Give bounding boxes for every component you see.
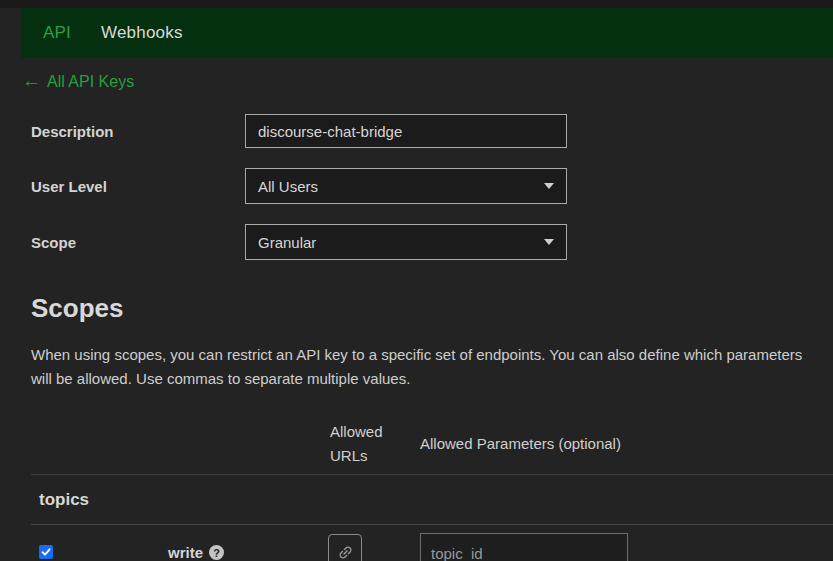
description-input[interactable]: [245, 114, 567, 148]
description-row: Description: [31, 114, 833, 148]
scope-row: Scope Granular: [31, 224, 833, 260]
user-level-select[interactable]: All Users: [245, 168, 567, 204]
chevron-down-icon: [544, 239, 554, 245]
allowed-urls-cell: [326, 524, 420, 561]
viewport-top-strip: [0, 0, 833, 8]
link-icon: [333, 540, 357, 561]
header-empty-name-col: [66, 414, 326, 474]
header-allowed-urls: Allowed URLs: [326, 414, 420, 474]
back-all-api-keys-link[interactable]: ← All API Keys: [22, 72, 134, 91]
user-level-value: All Users: [258, 178, 318, 195]
scopes-heading: Scopes: [31, 293, 833, 324]
tab-api[interactable]: API: [43, 23, 71, 43]
scope-checkbox-cell: [31, 524, 66, 561]
api-key-form: Description User Level All Users Scope G…: [31, 114, 833, 260]
arrow-left-icon: ←: [22, 71, 41, 90]
scope-label: Scope: [31, 234, 245, 251]
topic-id-param-input[interactable]: [420, 533, 628, 561]
admin-subnav: API Webhooks: [21, 8, 833, 58]
user-level-label: User Level: [31, 178, 245, 195]
back-link-label: All API Keys: [47, 73, 134, 91]
scope-write-checkbox[interactable]: [39, 545, 53, 559]
question-circle-icon[interactable]: ?: [209, 545, 224, 560]
scope-name-label: write: [168, 544, 203, 561]
header-allowed-parameters: Allowed Parameters (optional): [420, 414, 833, 474]
description-label: Description: [31, 123, 245, 140]
check-icon: [41, 547, 51, 557]
scopes-description: When using scopes, you can restrict an A…: [31, 343, 819, 391]
allowed-urls-link-button[interactable]: [328, 534, 362, 561]
chevron-down-icon: [544, 183, 554, 189]
tab-webhooks[interactable]: Webhooks: [101, 23, 183, 43]
user-level-row: User Level All Users: [31, 168, 833, 204]
scope-select[interactable]: Granular: [245, 224, 567, 260]
header-empty-checkbox-col: [31, 414, 66, 474]
scope-group-topics: topics: [31, 474, 833, 524]
scopes-table: Allowed URLs Allowed Parameters (optiona…: [31, 414, 833, 561]
scope-name-cell: write ?: [66, 524, 326, 561]
scope-value: Granular: [258, 234, 316, 251]
allowed-params-cell: [420, 524, 833, 561]
